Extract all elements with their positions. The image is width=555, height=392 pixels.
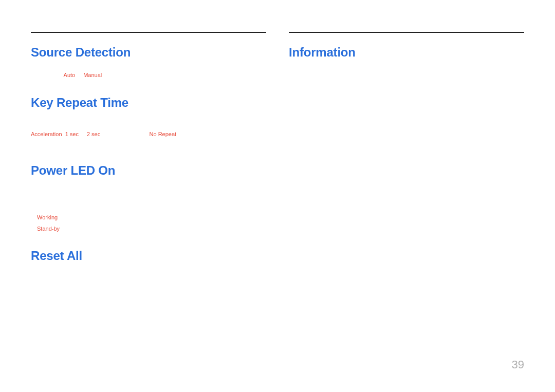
section: InformationView the current input source… [289, 45, 524, 80]
section-body: Control the response rate of a button wh… [31, 121, 266, 148]
section: Reset AllReturn all the settings for the… [31, 249, 266, 284]
section-body: View the current input source, frequency… [289, 71, 524, 80]
bullet-list: Working: The power LED is on when the pr… [31, 213, 266, 233]
column-rule-left [31, 32, 266, 33]
right-column: InformationView the current input source… [289, 32, 524, 298]
section-heading: Key Repeat Time [31, 96, 266, 110]
section-heading: Source Detection [31, 45, 266, 60]
page-number: 39 [512, 358, 524, 371]
section-body: Return all the settings for the product … [31, 274, 266, 284]
section-body: Configure the settings to enable or disa… [31, 189, 266, 207]
section-heading: Power LED On [31, 163, 266, 178]
section-heading: Information [289, 45, 524, 60]
left-column: Source DetectionSelect either Auto or Ma… [31, 32, 266, 298]
page: Source DetectionSelect either Auto or Ma… [0, 0, 555, 298]
section: Power LED OnConfigure the settings to en… [31, 163, 266, 233]
bullet-item: Stand-by: The power LED is on when the p… [31, 224, 266, 233]
column-rule-right [289, 32, 524, 33]
section-heading: Reset All [31, 249, 266, 263]
section: Source DetectionSelect either Auto or Ma… [31, 45, 266, 80]
section: Key Repeat TimeControl the response rate… [31, 96, 266, 148]
bullet-item: Working: The power LED is on when the pr… [31, 213, 266, 222]
section-body: Select either Auto or Manual as the meth… [31, 71, 266, 80]
